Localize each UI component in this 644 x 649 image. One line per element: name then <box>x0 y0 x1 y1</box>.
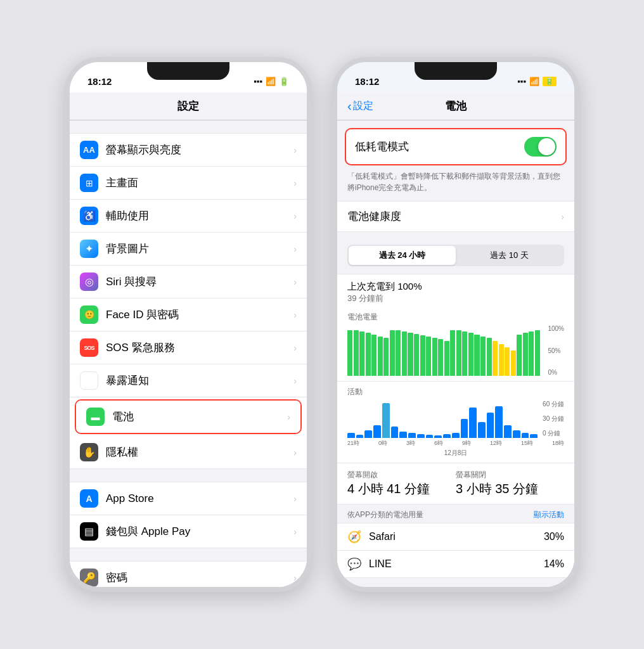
bar <box>371 335 377 376</box>
charge-title: 上次充電到 100% <box>347 281 564 293</box>
nav-bar-left: 設定 <box>70 93 307 120</box>
battery-icon-left: 🔋 <box>279 77 289 86</box>
phone-left: 18:12 ▪▪▪ 📶 🔋 設定 AA 螢幕顯示與亮度 › ⊞ 主畫面 › <box>65 57 312 592</box>
act-bar <box>417 434 425 438</box>
act-bar <box>443 434 451 438</box>
app-usage-safari[interactable]: 🧭 Safari 30% <box>337 524 574 551</box>
activity-chart <box>347 400 538 438</box>
time-left: 18:12 <box>87 76 112 87</box>
battery-chart-wrapper: 100% 50% 0% <box>347 325 564 376</box>
bar <box>456 330 461 376</box>
tab-24h[interactable]: 過去 24 小時 <box>349 246 456 265</box>
bar <box>432 338 437 376</box>
bar <box>517 335 522 376</box>
x-0: 0時 <box>378 439 387 447</box>
settings-item-appstore[interactable]: A App Store › <box>70 482 307 515</box>
low-power-toggle[interactable] <box>524 137 557 157</box>
act-bar <box>461 419 468 438</box>
battery-icon-right: 🔋 <box>543 77 557 86</box>
wallpaper-label: 背景圖片 <box>106 241 293 256</box>
bar <box>523 333 528 376</box>
settings-group-3: 🔑 密碼 › ✉ 郵件 › 👤 聯絡人 › 📅 行事曆 › <box>70 561 307 587</box>
bar <box>396 330 401 376</box>
sos-chevron: › <box>293 343 297 353</box>
bar <box>420 335 425 376</box>
bar-low <box>493 341 498 376</box>
activity-chart-section: 活動 <box>337 382 574 463</box>
settings-item-battery[interactable]: ▬ 電池 › <box>76 401 300 433</box>
bar <box>444 341 449 376</box>
settings-item-accessibility[interactable]: ♿ 輔助使用 › <box>70 200 307 233</box>
settings-item-password[interactable]: 🔑 密碼 › <box>70 562 307 587</box>
display-chevron: › <box>293 145 297 155</box>
safari-icon: 🧭 <box>347 530 361 544</box>
bar <box>474 335 479 376</box>
bar <box>450 330 455 376</box>
faceid-icon: 🙂 <box>80 305 98 324</box>
chart-date: 12月8日 <box>347 449 564 460</box>
chevron-back-icon: ‹ <box>347 99 352 113</box>
wifi-icon-right: 📶 <box>529 77 539 86</box>
charge-subtitle: 39 分鐘前 <box>347 293 564 304</box>
tab-10d[interactable]: 過去 10 天 <box>456 246 563 265</box>
app-usage-list: 🧭 Safari 30% 💬 LINE 14% <box>337 523 574 578</box>
appstore-icon: A <box>80 489 98 508</box>
accessibility-icon: ♿ <box>80 207 98 225</box>
screen-off-block: 螢幕關閉 3 小時 35 分鐘 <box>456 470 564 498</box>
status-icons-right: ▪▪▪ 📶 🔋 <box>517 77 557 86</box>
battery-health-section: 電池健康度 › <box>337 201 574 232</box>
password-label: 密碼 <box>106 570 293 585</box>
act-bar <box>347 433 355 438</box>
settings-item-wallet[interactable]: ▤ 錢包與 Apple Pay › <box>70 515 307 548</box>
wallet-icon: ▤ <box>80 522 98 541</box>
act-bar <box>495 406 503 438</box>
battery-content: 低耗電模式 「低耗電模式」會暫時降低下載和郵件擷取等背景活動，直到您將iPhon… <box>337 120 574 587</box>
battery-page-title: 電池 <box>445 99 467 113</box>
x-15: 15時 <box>521 439 533 447</box>
home-chevron: › <box>293 178 297 188</box>
page-title-left: 設定 <box>177 99 199 113</box>
password-icon: 🔑 <box>80 569 98 587</box>
nav-back-label: 設定 <box>353 100 373 113</box>
settings-item-exposure[interactable]: ✳ 暴露通知 › <box>70 364 307 397</box>
x-6: 6時 <box>434 439 443 447</box>
bar <box>468 333 473 376</box>
nav-back-button[interactable]: ‹ 設定 <box>347 99 373 113</box>
settings-item-wallpaper[interactable]: ✦ 背景圖片 › <box>70 233 307 266</box>
app-usage-header: 依APP分類的電池用量 顯示活動 <box>337 504 574 523</box>
y-50: 50% <box>548 347 564 354</box>
act-bar <box>513 430 520 438</box>
home-label: 主畫面 <box>106 176 293 190</box>
app-usage-line[interactable]: 💬 LINE 14% <box>337 551 574 577</box>
display-icon: AA <box>80 141 98 159</box>
wallet-label: 錢包與 Apple Pay <box>106 524 293 539</box>
show-activity-link[interactable]: 顯示活動 <box>534 510 564 520</box>
settings-item-home[interactable]: ⊞ 主畫面 › <box>70 167 307 200</box>
settings-item-display[interactable]: AA 螢幕顯示與亮度 › <box>70 134 307 167</box>
bar <box>487 338 492 376</box>
appstore-chevron: › <box>293 494 297 504</box>
act-bar <box>426 435 434 438</box>
time-right: 18:12 <box>355 76 379 87</box>
act-bar <box>478 422 486 438</box>
settings-item-faceid[interactable]: 🙂 Face ID 與密碼 › <box>70 299 307 331</box>
bar <box>414 334 419 376</box>
settings-item-siri[interactable]: ◎ Siri 與搜尋 › <box>70 266 307 299</box>
exposure-icon: ✳ <box>80 371 98 390</box>
x-9: 9時 <box>462 439 471 447</box>
settings-group-2: A App Store › ▤ 錢包與 Apple Pay › <box>70 482 307 548</box>
home-icon: ⊞ <box>80 174 98 192</box>
battery-health-label: 電池健康度 <box>347 209 561 224</box>
battery-health-row[interactable]: 電池健康度 › <box>337 202 574 231</box>
wifi-icon-left: 📶 <box>266 77 276 86</box>
settings-item-sos[interactable]: SOS SOS 緊急服務 › <box>70 331 307 364</box>
siri-chevron: › <box>293 277 297 287</box>
x-21: 21時 <box>347 439 359 447</box>
privacy-chevron: › <box>293 447 297 458</box>
gap-battery-1 <box>337 232 574 245</box>
settings-item-battery-wrapper: ▬ 電池 › <box>75 399 302 434</box>
settings-item-privacy[interactable]: ✋ 隱私權 › <box>70 436 307 468</box>
battery-chevron: › <box>287 412 290 422</box>
battery-label: 電池 <box>112 409 287 424</box>
y-100: 100% <box>548 325 564 332</box>
